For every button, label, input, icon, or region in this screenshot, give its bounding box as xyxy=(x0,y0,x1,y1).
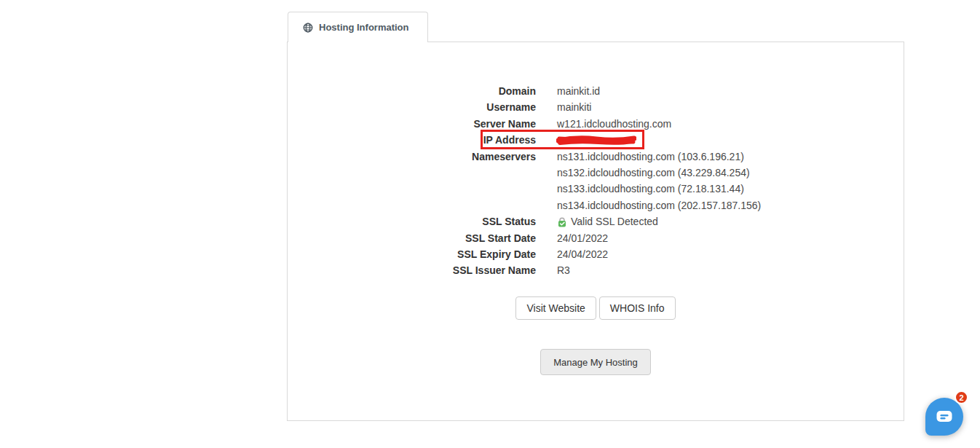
row-label: SSL Status xyxy=(288,213,536,229)
whois-info-button[interactable]: WHOIS Info xyxy=(599,296,676,320)
action-buttons: Visit Website WHOIS Info xyxy=(288,296,904,320)
nameservers-list: ns131.idcloudhosting.com (103.6.196.21) … xyxy=(557,149,761,214)
chat-bubble-icon xyxy=(936,409,953,425)
row-domain: Domain mainkit.id xyxy=(288,83,904,99)
row-label: SSL Issuer Name xyxy=(288,262,536,278)
row-label: Domain xyxy=(288,83,536,99)
row-nameservers: Nameservers ns131.idcloudhosting.com (10… xyxy=(288,149,904,214)
row-label: SSL Expiry Date xyxy=(288,246,536,262)
lock-check-icon xyxy=(557,217,567,227)
nameserver-3: ns133.idcloudhosting.com (72.18.131.44) xyxy=(557,181,761,197)
row-label: IP Address xyxy=(288,132,536,148)
row-label: Nameservers xyxy=(288,149,536,214)
hosting-info-table: Domain mainkit.id Username mainkiti Serv… xyxy=(288,83,904,279)
ssl-start-date-value: 24/01/2022 xyxy=(557,230,608,246)
nameserver-2: ns132.idcloudhosting.com (43.229.84.254) xyxy=(557,165,761,181)
ssl-status-value: Valid SSL Detected xyxy=(557,213,658,229)
tab-hosting-information[interactable]: Hosting Information xyxy=(288,12,428,42)
ssl-expiry-date-value: 24/04/2022 xyxy=(557,246,608,262)
row-ssl-start-date: SSL Start Date 24/01/2022 xyxy=(288,230,904,246)
manage-hosting-area: Manage My Hosting xyxy=(288,349,904,375)
chat-unread-badge: 2 xyxy=(955,390,968,404)
nameserver-4: ns134.idcloudhosting.com (202.157.187.15… xyxy=(557,197,761,213)
row-label: Username xyxy=(288,99,536,115)
row-label: Server Name xyxy=(288,116,536,132)
row-ip-address: IP Address xyxy=(288,132,904,148)
redaction-scribble xyxy=(556,135,636,146)
ssl-issuer-name-value: R3 xyxy=(557,262,570,278)
globe-icon xyxy=(303,23,313,33)
row-ssl-status: SSL Status Valid SSL Detected xyxy=(288,213,904,229)
row-label: SSL Start Date xyxy=(288,230,536,246)
username-value: mainkiti xyxy=(557,99,591,115)
server-name-value: w121.idcloudhosting.com xyxy=(557,116,671,132)
manage-my-hosting-button[interactable]: Manage My Hosting xyxy=(540,349,651,375)
hosting-information-panel: Domain mainkit.id Username mainkiti Serv… xyxy=(287,42,904,421)
visit-website-button[interactable]: Visit Website xyxy=(515,296,596,320)
row-username: Username mainkiti xyxy=(288,99,904,115)
domain-value: mainkit.id xyxy=(557,83,600,99)
row-server-name: Server Name w121.idcloudhosting.com xyxy=(288,116,904,132)
ssl-status-text: Valid SSL Detected xyxy=(571,213,658,229)
tab-label: Hosting Information xyxy=(319,22,409,33)
nameserver-1: ns131.idcloudhosting.com (103.6.196.21) xyxy=(557,149,761,165)
row-ssl-expiry-date: SSL Expiry Date 24/04/2022 xyxy=(288,246,904,262)
chat-widget-button[interactable]: 2 xyxy=(925,398,963,436)
row-ssl-issuer-name: SSL Issuer Name R3 xyxy=(288,262,904,278)
